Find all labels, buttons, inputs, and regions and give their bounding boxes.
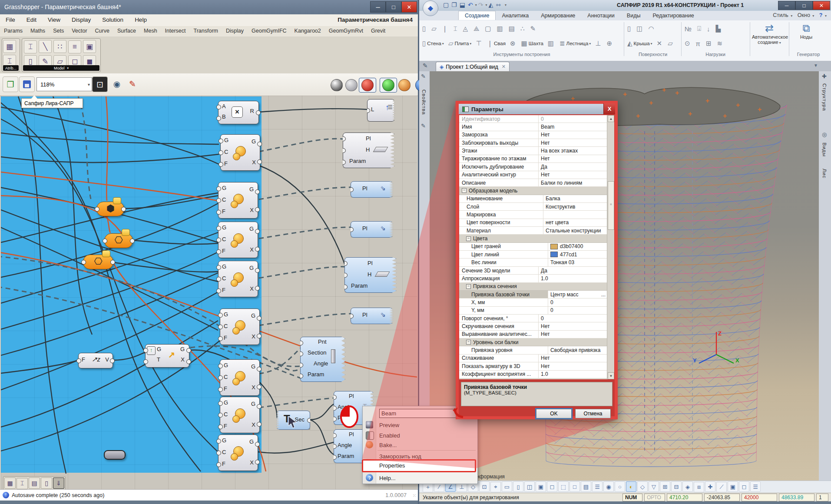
gh-tab-intersect[interactable]: Intersect bbox=[161, 26, 190, 36]
property-value[interactable]: Нет bbox=[539, 331, 607, 338]
ribbon-icon-rail-load[interactable]: π bbox=[694, 39, 703, 48]
gh-node-gcf-0[interactable]: GCFGX bbox=[220, 134, 260, 171]
port-pin[interactable] bbox=[255, 460, 260, 464]
port-pin[interactable] bbox=[255, 286, 260, 291]
ribbon-icon-cylinder[interactable]: ◫ bbox=[635, 24, 646, 33]
ribbon-icon-jack[interactable]: ⊕ bbox=[605, 39, 615, 48]
ribbon-icon-anchor[interactable]: ⊥ bbox=[593, 39, 604, 48]
port-pin[interactable] bbox=[218, 313, 223, 318]
open-file-icon[interactable]: ❐ bbox=[451, 1, 457, 8]
property-value[interactable] bbox=[543, 211, 607, 218]
gh-node-gcf-4[interactable]: GCFGX bbox=[220, 308, 260, 345]
undo-icon[interactable]: ↶ bbox=[468, 1, 473, 8]
gh-node-cluster-0[interactable]: ⬢ bbox=[96, 202, 124, 216]
mini-beam-icon[interactable]: ⌶ bbox=[17, 478, 28, 489]
scroll-thumb[interactable]: ≡ bbox=[608, 181, 614, 230]
ribbon-tab-аналитика[interactable]: Аналитика bbox=[496, 11, 535, 20]
property-value[interactable]: Да bbox=[539, 267, 607, 274]
ribbon-icon-door[interactable]: ▥ bbox=[495, 24, 506, 33]
property-row[interactable]: Скручивание сеченияНет bbox=[459, 322, 607, 330]
ribbon-icon-stairs-big[interactable]: ▤ bbox=[507, 24, 518, 33]
gh-node-gcf-5[interactable]: GCFGX bbox=[220, 359, 260, 396]
gh-tab-maths[interactable]: Maths bbox=[26, 26, 49, 36]
menu-item-properties[interactable]: Properties bbox=[379, 462, 405, 469]
property-value[interactable]: Нет bbox=[539, 322, 607, 330]
property-row[interactable]: Идентификатор0 bbox=[459, 115, 607, 123]
scroll-up-icon[interactable]: ▲ bbox=[608, 115, 614, 122]
redo-icon[interactable]: ↷ bbox=[478, 1, 483, 8]
port-pin[interactable] bbox=[216, 439, 221, 444]
property-value[interactable]: 0 bbox=[548, 307, 607, 314]
coord-field-3[interactable]: 48633.89 bbox=[779, 494, 814, 501]
ribbon-icon-column-big[interactable]: ❘ bbox=[440, 24, 451, 33]
structure-panel-tab[interactable]: Структура bbox=[822, 83, 827, 111]
ribbon-icon-colx[interactable]: ⊗ bbox=[508, 39, 519, 48]
viewport-tool-icon-20[interactable]: ▽ bbox=[649, 481, 659, 492]
paint-brush-icon[interactable]: ✎ bbox=[125, 76, 140, 91]
graft-icon[interactable]: ↑ bbox=[147, 346, 156, 355]
gh-menu-solution[interactable]: Solution bbox=[96, 14, 129, 25]
help-icon[interactable]: ? bbox=[819, 12, 823, 18]
collapse-icon[interactable]: − bbox=[466, 340, 471, 345]
sf-maximize-button[interactable]: □ bbox=[795, 1, 813, 10]
port-pin[interactable] bbox=[257, 142, 262, 146]
property-row[interactable]: Цвет линий477cd1 bbox=[459, 251, 607, 259]
gh-node-levels-param[interactable]: L↑☰ bbox=[367, 99, 395, 122]
viewport-tool-icon-7[interactable]: ▭ bbox=[502, 481, 512, 492]
viewport-tool-icon-9[interactable]: ◫ bbox=[524, 481, 535, 492]
property-value[interactable]: 0 bbox=[539, 315, 607, 322]
ribbon-button-shaft[interactable]: ▦Шахта bbox=[520, 39, 545, 48]
property-value[interactable]: Центр масс... bbox=[548, 291, 607, 298]
style-menu[interactable]: Стиль bbox=[773, 12, 788, 18]
gh-tab-display[interactable]: Display bbox=[222, 26, 248, 36]
property-group-row[interactable]: −Образцовая модель bbox=[459, 187, 607, 195]
ribbon-icon-ramp[interactable]: ⟁ bbox=[472, 24, 482, 33]
viewport-tool-icon-22[interactable]: ⊟ bbox=[671, 481, 682, 492]
menu-item-preview[interactable]: Preview bbox=[379, 422, 399, 428]
coord-field-1[interactable]: -24063.85 bbox=[704, 494, 740, 501]
property-value[interactable]: Балки по линиям bbox=[539, 179, 607, 186]
viewport-tool-icon-19[interactable]: ◇ bbox=[637, 481, 648, 492]
menu-item-bake[interactable]: Bake... bbox=[379, 442, 397, 448]
sf-minimize-button[interactable]: ─ bbox=[778, 1, 795, 10]
port-pin[interactable] bbox=[216, 451, 221, 455]
red-gem-box[interactable] bbox=[359, 78, 376, 93]
port-pin[interactable] bbox=[110, 358, 115, 363]
ribbon-icon-dome[interactable]: ◠ bbox=[646, 24, 657, 33]
port-pin[interactable] bbox=[143, 359, 148, 364]
port-pin[interactable] bbox=[218, 375, 223, 380]
gh-menu-file[interactable]: File bbox=[0, 14, 21, 25]
port-pin[interactable] bbox=[255, 229, 260, 234]
coord-field-2[interactable]: 42000 bbox=[742, 494, 777, 501]
port-pin[interactable] bbox=[216, 265, 221, 270]
ribbon-button-wall[interactable]: ▯Стена▾ bbox=[420, 39, 446, 48]
property-row[interactable]: ЭтажиНа всех этажах bbox=[459, 147, 607, 155]
new-file-icon[interactable]: ▢ bbox=[443, 1, 449, 8]
save-file-icon[interactable] bbox=[19, 76, 35, 92]
ribbon-icon-grid2[interactable]: ▥ bbox=[546, 39, 557, 48]
save-file-icon[interactable]: ⬓ bbox=[460, 1, 465, 8]
property-row[interactable]: Выравнивание аналитичес...Нет bbox=[459, 331, 607, 338]
property-row[interactable]: СлойКонструктив bbox=[459, 203, 607, 211]
property-value[interactable]: Балка bbox=[543, 195, 607, 202]
window-menu[interactable]: Окно bbox=[798, 12, 810, 18]
property-value[interactable]: Нет bbox=[539, 362, 607, 370]
ribbon-icon-pile-big[interactable]: ⌶ bbox=[451, 24, 460, 33]
viewport-tool-icon-12[interactable]: ⬚ bbox=[558, 481, 569, 492]
viewport-tool-icon-11[interactable]: ◻ bbox=[547, 481, 557, 492]
port-pin[interactable] bbox=[256, 110, 261, 115]
viewport-tool-icon-14[interactable]: ▤ bbox=[581, 481, 591, 492]
ribbon-icon-wall-big[interactable]: ▯ bbox=[420, 24, 429, 33]
gh-tab-params[interactable]: Params bbox=[0, 26, 26, 36]
dialog-scrollbar[interactable]: ▲ ≡ ▼ bbox=[607, 115, 614, 379]
gh-node-gcf-3[interactable]: GCFGX bbox=[218, 261, 258, 297]
port-pin[interactable] bbox=[216, 288, 221, 293]
ribbon-tab-аннотации[interactable]: Аннотации bbox=[581, 11, 620, 20]
port-pin[interactable] bbox=[130, 239, 135, 243]
port-pin[interactable] bbox=[216, 186, 221, 191]
port-pin[interactable] bbox=[257, 334, 262, 338]
property-value[interactable]: 1.0 bbox=[539, 275, 607, 282]
viewport-tool-icon-18[interactable]: ◐ bbox=[626, 481, 636, 492]
mini-export-icon[interactable]: ⇓ bbox=[53, 477, 64, 489]
ribbon-icon-cut[interactable]: ✕ bbox=[655, 39, 665, 48]
